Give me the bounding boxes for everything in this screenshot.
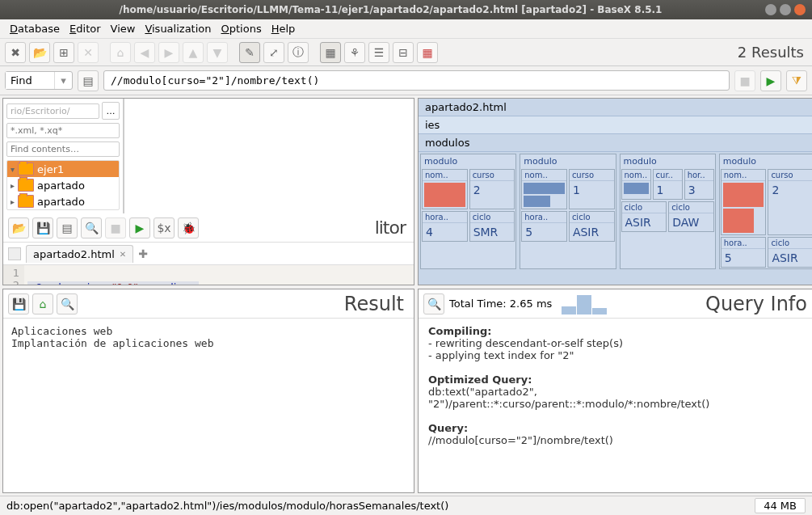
search-result-icon[interactable]: 🔍 (57, 293, 78, 314)
window-title: /home/usuario/Escritorio/LLMM/Tema-11/ej… (19, 4, 762, 15)
vars-icon[interactable]: $x (154, 217, 175, 239)
file-tree[interactable]: ▾ ejer1 ▸ apartado ▸ apartado (6, 160, 120, 210)
folder-icon (18, 195, 34, 208)
qinfo-body[interactable]: Compiling: - rewriting descendant-or-sel… (419, 319, 812, 492)
close-db-icon[interactable]: ✕ (78, 42, 99, 63)
titlebar: /home/usuario/Escritorio/LLMM/Tema-11/ej… (0, 0, 812, 19)
total-time: Total Time: 2.65 ms (449, 298, 552, 310)
menu-visualization[interactable]: Visualization (140, 21, 216, 36)
tab-label: apartado2.html (33, 248, 115, 260)
expand-icon[interactable]: ⤢ (263, 42, 284, 63)
search-icon[interactable]: 🔍 (81, 217, 102, 239)
file-icon (8, 247, 21, 260)
editor-tab[interactable]: apartado2.html ✕ (26, 245, 133, 263)
main-toolbar: ✖ 📂 ⊞ ✕ ⌂ ◀ ▶ ▲ ▼ ✎ ⤢ ⓘ ▦ ⚘ ☰ ⊟ ▦ 2 Resu… (0, 39, 812, 66)
qinfo-title: Query Info (705, 293, 812, 315)
viz-modulo-2[interactable]: modulo nom.. curso1 hora..5 cicloASIR (520, 154, 616, 269)
search-qinfo-icon[interactable]: 🔍 (423, 293, 444, 314)
view-tree-icon[interactable]: ⚘ (344, 42, 365, 63)
history-icon[interactable]: ▤ (57, 217, 78, 239)
filter-icon[interactable]: ⧩ (786, 70, 807, 91)
info-icon[interactable]: ⓘ (288, 42, 309, 63)
results-count: 2 Results (738, 44, 807, 61)
close-tab-icon[interactable]: ✕ (120, 250, 126, 259)
expand-icon[interactable]: ▸ (11, 197, 15, 206)
path-display: rio/Escritorio/ (6, 103, 99, 119)
up-icon[interactable]: ▲ (183, 42, 204, 63)
menu-help[interactable]: Help (267, 21, 301, 36)
open-icon[interactable]: 📂 (29, 42, 50, 63)
viz-root[interactable]: ies (419, 116, 812, 134)
query-bar: ▾ ▤ ■ ▶ ⧩ (0, 66, 812, 95)
grid-icon[interactable]: ⊞ (53, 42, 74, 63)
path-more-button[interactable]: … (102, 102, 120, 120)
stop-icon[interactable]: ■ (105, 217, 126, 239)
result-panel: 💾 ⌂ 🔍 Result Aplicaciones web Implantaci… (2, 289, 414, 493)
add-tab-icon[interactable]: ✚ (138, 247, 148, 260)
edit-icon[interactable]: ✎ (239, 42, 260, 63)
find-input[interactable] (6, 72, 54, 89)
query-info-panel: 🔍 Total Time: 2.65 ms Query Info Compili… (418, 289, 812, 493)
file-navigator: rio/Escritorio/ … ▾ ejer1 ▸ apartado ▸ (3, 99, 124, 213)
viz-modulo-4[interactable]: modulo nom.. curso2 hora..5 cicloASIR (719, 154, 812, 269)
timing-chart-icon (562, 293, 607, 314)
new-db-icon[interactable]: ✖ (5, 42, 26, 63)
visualization-panel[interactable]: apartado2.html ies modulos modulo nom.. … (418, 98, 812, 285)
save-result-icon[interactable]: 💾 (8, 293, 29, 314)
view-map-icon[interactable]: ▦ (417, 42, 438, 63)
expand-icon[interactable]: ▾ (11, 165, 15, 174)
folder-icon (18, 163, 34, 175)
open-file-icon[interactable]: 📂 (8, 217, 29, 239)
chevron-down-icon[interactable]: ▾ (54, 72, 72, 89)
result-body[interactable]: Aplicaciones web Implantación de aplicac… (3, 319, 414, 492)
run-icon[interactable]: ▶ (129, 217, 150, 239)
down-icon[interactable]: ▼ (207, 42, 228, 63)
menu-options[interactable]: Options (217, 21, 267, 36)
tree-item[interactable]: ▸ apartado (7, 177, 119, 193)
window-maximize[interactable] (780, 4, 791, 15)
view-list-icon[interactable]: ☰ (368, 42, 389, 63)
viz-modulo-3[interactable]: modulo nom.. cur..1 hor..3 cicloASIR cic… (620, 154, 716, 269)
status-bar: db:open("apartado2","apartado2.html")/ie… (0, 496, 812, 515)
editor-tabs: apartado2.html ✕ ✚ (3, 243, 414, 265)
menu-view[interactable]: View (106, 21, 141, 36)
run-query-icon[interactable]: ▶ (760, 70, 781, 91)
folder-icon (18, 179, 34, 192)
view-table-icon[interactable]: ▦ (320, 42, 341, 63)
menu-database[interactable]: Database (5, 21, 65, 36)
back-icon[interactable]: ◀ (134, 42, 155, 63)
forward-icon[interactable]: ▶ (158, 42, 179, 63)
menu-editor[interactable]: Editor (65, 21, 105, 36)
view-plot-icon[interactable]: ⊟ (393, 42, 414, 63)
editor-title: litor (202, 217, 409, 238)
result-title: Result (81, 293, 409, 315)
editor-panel: rio/Escritorio/ … ▾ ejer1 ▸ apartado ▸ (2, 98, 414, 285)
file-filter-input[interactable] (6, 123, 120, 138)
home-icon[interactable]: ⌂ (110, 42, 131, 63)
query-input[interactable] (103, 70, 730, 91)
window-minimize[interactable] (765, 4, 776, 15)
status-path: db:open("apartado2","apartado2.html")/ie… (6, 500, 448, 512)
expand-icon[interactable]: ▸ (11, 181, 15, 190)
viz-modulo-1[interactable]: modulo nom.. curso2 hora..4 cicloSMR (420, 154, 516, 269)
stop-query-icon[interactable]: ■ (734, 70, 755, 91)
code-editor[interactable]: 12345 <?xml version="1.0" encoding= "UTF… (3, 265, 414, 285)
doc-icon[interactable]: ▤ (78, 70, 99, 91)
viz-file[interactable]: apartado2.html (419, 99, 812, 116)
home-result-icon[interactable]: ⌂ (32, 293, 53, 314)
gutter: 12345 (3, 265, 24, 285)
menubar: Database Editor View Visualization Optio… (0, 19, 812, 39)
find-contents-input[interactable] (6, 141, 120, 157)
editor-toolbar: 📂 💾 ▤ 🔍 ■ ▶ $x 🐞 litor (3, 213, 414, 243)
tree-item[interactable]: ▸ apartado (7, 193, 119, 209)
tree-item-ejer1[interactable]: ▾ ejer1 (7, 161, 119, 177)
viz-container[interactable]: modulos (419, 134, 812, 152)
window-close[interactable] (794, 4, 806, 15)
save-icon[interactable]: 💾 (32, 217, 53, 239)
debug-icon[interactable]: 🐞 (178, 217, 199, 239)
find-combo[interactable]: ▾ (5, 71, 73, 90)
memory-usage: 44 MB (755, 498, 806, 513)
